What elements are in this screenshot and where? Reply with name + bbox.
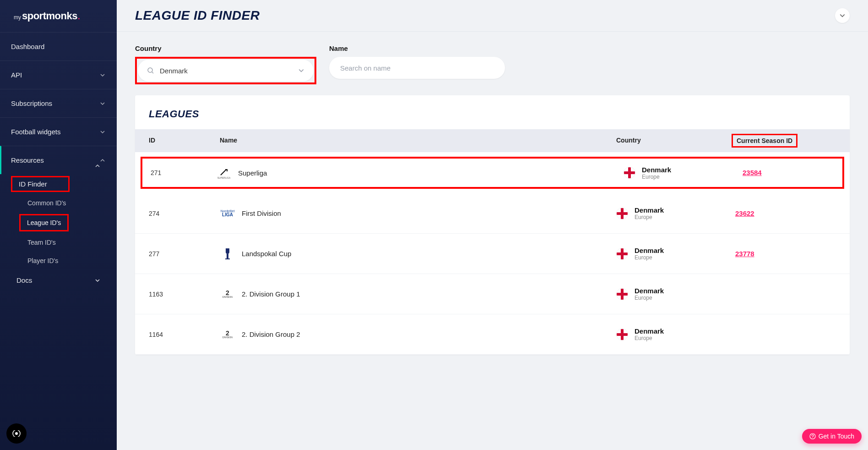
country-region: Europe xyxy=(635,214,664,220)
country-name: Denmark xyxy=(642,166,671,174)
name-search-input[interactable] xyxy=(329,57,505,79)
sidebar-item-docs[interactable]: Docs xyxy=(0,270,117,291)
svg-point-0 xyxy=(15,432,18,435)
chevron-up-icon xyxy=(99,157,106,164)
cell-id: 1164 xyxy=(149,331,220,338)
cell-country: DenmarkEurope xyxy=(624,166,743,180)
cell-name: NordicBetLIGAFirst Division xyxy=(220,206,616,221)
table-body: 271SUPERLIGASuperligaDenmarkEurope235842… xyxy=(135,157,850,355)
cell-id: 277 xyxy=(149,250,220,258)
sidebar-item-label: API xyxy=(11,71,22,79)
accessibility-icon xyxy=(11,430,22,437)
chevron-down-icon xyxy=(95,278,100,283)
highlighted-row: 271SUPERLIGASuperligaDenmarkEurope23584 xyxy=(141,157,844,189)
header-id: ID xyxy=(149,137,220,145)
leagues-table: LEAGUES ID Name Country Current Season I… xyxy=(135,95,850,355)
logo-prefix: my xyxy=(14,14,21,21)
chevron-down-icon xyxy=(99,100,106,107)
collapse-button[interactable] xyxy=(835,8,850,23)
get-in-touch-button[interactable]: Get in Touch xyxy=(802,429,862,444)
country-name: Denmark xyxy=(635,247,664,254)
country-name: Denmark xyxy=(635,327,664,335)
chevron-up-icon xyxy=(95,163,100,169)
league-logo-icon: NordicBetLIGA xyxy=(220,206,235,221)
cell-season: 23584 xyxy=(743,169,834,177)
sidebar-subgroup-resources: ID Finder Common ID's League ID's Team I… xyxy=(0,176,117,295)
table-row[interactable]: 274NordicBetLIGAFirst DivisionDenmarkEur… xyxy=(135,193,850,234)
logo-main: sportmonks xyxy=(22,10,77,22)
league-logo-icon: 2DIVISION xyxy=(220,327,235,342)
season-id-link[interactable]: 23778 xyxy=(735,250,754,258)
logo[interactable]: my sportmonks . xyxy=(0,0,117,32)
sidebar-item-label: Player ID's xyxy=(27,257,58,264)
sidebar-item-team-ids[interactable]: Team ID's xyxy=(0,233,117,252)
cell-country: DenmarkEurope xyxy=(616,287,735,301)
cell-id: 274 xyxy=(149,210,220,217)
sidebar-item-label: Resources xyxy=(11,156,44,164)
country-region: Europe xyxy=(635,335,664,341)
search-icon xyxy=(147,67,154,74)
league-logo-icon: 2DIVISION xyxy=(220,286,235,302)
sidebar: my sportmonks . Dashboard API Subscripti… xyxy=(0,0,117,450)
sidebar-item-label: Team ID's xyxy=(27,239,56,246)
country-name: Denmark xyxy=(635,287,664,295)
flag-icon xyxy=(617,248,628,259)
sidebar-item-resources[interactable]: Resources xyxy=(0,146,117,174)
sidebar-item-label: Docs xyxy=(16,276,32,284)
sidebar-item-football-widgets[interactable]: Football widgets xyxy=(0,117,117,146)
svg-text:SUPERLIGA: SUPERLIGA xyxy=(217,176,231,179)
main-content: LEAGUE ID FINDER Country Denmark Name xyxy=(117,0,868,450)
cell-country: DenmarkEurope xyxy=(616,327,735,341)
cell-id: 1163 xyxy=(149,291,220,298)
header-country: Country xyxy=(616,137,735,145)
sidebar-item-league-ids[interactable]: League ID's xyxy=(19,214,69,231)
country-select-value: Denmark xyxy=(160,67,298,75)
country-select[interactable]: Denmark xyxy=(138,60,314,82)
cell-season: 23778 xyxy=(735,250,836,258)
league-logo-icon: SUPERLIGA xyxy=(216,165,232,181)
sidebar-item-dashboard[interactable]: Dashboard xyxy=(0,32,117,60)
header-season: Current Season ID xyxy=(732,134,797,148)
chevron-down-icon xyxy=(839,12,846,19)
sidebar-item-subscriptions[interactable]: Subscriptions xyxy=(0,89,117,117)
table-row[interactable]: 271SUPERLIGASuperligaDenmarkEurope23584 xyxy=(142,159,842,187)
chevron-down-icon xyxy=(298,67,304,74)
sidebar-item-label: League ID's xyxy=(27,219,61,226)
help-icon xyxy=(809,433,816,439)
flag-icon xyxy=(624,167,635,178)
table-row[interactable]: 11632DIVISION2. Division Group 1DenmarkE… xyxy=(135,274,850,314)
table-row[interactable]: 11642DIVISION2. Division Group 2DenmarkE… xyxy=(135,314,850,355)
accessibility-button[interactable] xyxy=(6,423,27,444)
filters: Country Denmark Name xyxy=(117,32,868,95)
flag-icon xyxy=(617,289,628,300)
cell-id: 271 xyxy=(151,169,216,176)
sidebar-item-label: Dashboard xyxy=(11,43,44,50)
sidebar-item-label: Common ID's xyxy=(27,199,66,207)
sidebar-item-common-ids[interactable]: Common ID's xyxy=(0,194,117,212)
flag-icon xyxy=(617,329,628,340)
season-id-link[interactable]: 23622 xyxy=(735,209,754,217)
league-name: 2. Division Group 1 xyxy=(242,290,300,298)
header-name: Name xyxy=(220,137,616,145)
table-title: LEAGUES xyxy=(135,95,850,129)
get-in-touch-label: Get in Touch xyxy=(819,433,854,440)
svg-point-1 xyxy=(148,68,152,72)
cell-country: DenmarkEurope xyxy=(616,247,735,261)
sidebar-item-player-ids[interactable]: Player ID's xyxy=(0,252,117,270)
sidebar-item-id-finder[interactable]: ID Finder xyxy=(11,176,70,192)
league-name: Landspokal Cup xyxy=(242,250,291,258)
sidebar-item-label: ID Finder xyxy=(19,180,47,188)
table-row[interactable]: 277Landspokal CupDenmarkEurope23778 xyxy=(135,234,850,274)
sidebar-item-api[interactable]: API xyxy=(0,60,117,89)
flag-icon xyxy=(617,208,628,219)
cell-season: 23622 xyxy=(735,209,836,218)
country-filter-label: Country xyxy=(135,44,316,52)
league-name: First Division xyxy=(242,209,281,217)
cell-name: Landspokal Cup xyxy=(220,246,616,262)
country-region: Europe xyxy=(635,295,664,301)
header-season-wrap: Current Season ID xyxy=(735,137,836,145)
cell-name: 2DIVISION2. Division Group 1 xyxy=(220,286,616,302)
league-name: Superliga xyxy=(238,169,267,177)
season-id-link[interactable]: 23584 xyxy=(743,169,762,176)
chevron-down-icon xyxy=(99,129,106,135)
